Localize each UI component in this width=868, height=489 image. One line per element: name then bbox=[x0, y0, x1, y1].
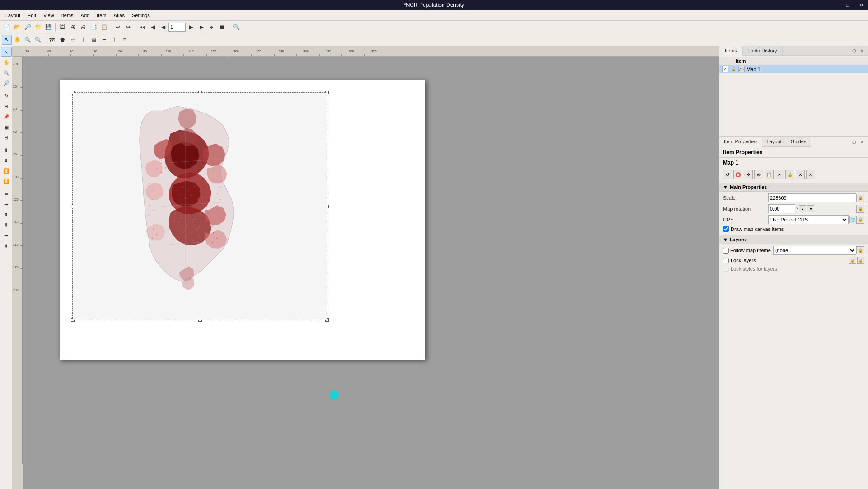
scale-input[interactable] bbox=[768, 193, 856, 202]
add-text-btn[interactable]: T bbox=[78, 35, 88, 45]
item-visible-check[interactable]: ✓ bbox=[722, 66, 728, 72]
zoom-canvas-tool[interactable]: 🔍 bbox=[1, 68, 12, 78]
zoom-out-tool-btn[interactable]: 🔍 bbox=[33, 35, 43, 45]
save-btn[interactable]: 💾 bbox=[43, 22, 53, 32]
close-map-btn1[interactable]: ✕ bbox=[796, 170, 805, 179]
open-btn[interactable]: 📂 bbox=[12, 22, 22, 32]
lock-styles-checkbox[interactable] bbox=[723, 266, 729, 272]
item-lock-icon[interactable]: 🔓 bbox=[730, 66, 737, 72]
ungroup-items-tool[interactable]: ⊞ bbox=[1, 132, 12, 142]
pan-canvas-tool[interactable]: ✋ bbox=[1, 57, 12, 67]
export2-btn[interactable]: 📑 bbox=[89, 22, 98, 32]
redo-btn[interactable]: ↪ bbox=[123, 22, 133, 32]
rotation-up-btn[interactable]: ▲ bbox=[799, 205, 806, 212]
map-item[interactable] bbox=[72, 92, 327, 320]
tab-guides[interactable]: Guides bbox=[786, 137, 811, 146]
move-content-tool[interactable]: ⊕ bbox=[1, 101, 12, 111]
draw-canvas-checkbox[interactable] bbox=[723, 226, 729, 232]
main-properties-section-header[interactable]: ▼ Main Properties bbox=[719, 183, 868, 192]
panel-close-btn[interactable]: ✕ bbox=[858, 47, 866, 55]
add-legend-btn[interactable]: ≡ bbox=[120, 35, 130, 45]
bottom-item-tool[interactable]: ⏬ bbox=[1, 176, 12, 186]
bookmark-btn[interactable]: 📋 bbox=[765, 170, 774, 179]
undo-btn[interactable]: ↩ bbox=[113, 22, 123, 32]
align-right-tool[interactable]: ➡ bbox=[1, 199, 12, 209]
raise-item-tool[interactable]: ⬆ bbox=[1, 145, 12, 155]
print2-btn[interactable]: 🖨 bbox=[78, 22, 88, 32]
pin-tool[interactable]: 📌 bbox=[1, 112, 12, 122]
crs-dropdown[interactable]: Use Project CRS bbox=[768, 215, 849, 224]
new-layout-btn[interactable]: 📄 bbox=[2, 22, 12, 32]
zoom-tool-btn[interactable]: 🔍 bbox=[231, 22, 241, 32]
atlas-back-btn[interactable]: ◀ bbox=[158, 22, 168, 32]
menu-settings[interactable]: Settings bbox=[128, 12, 154, 19]
rotation-lock-btn[interactable]: 🔒 bbox=[856, 205, 864, 213]
atlas-prev-btn[interactable]: ◀ bbox=[148, 22, 158, 32]
zoom-out-canvas-tool[interactable]: 🔎 bbox=[1, 78, 12, 88]
theme-dropdown[interactable]: (none) bbox=[773, 246, 856, 255]
menu-add[interactable]: Add bbox=[77, 12, 93, 19]
select-tool-btn[interactable]: ↖ bbox=[2, 35, 12, 45]
page-input[interactable] bbox=[168, 23, 186, 32]
crs-lock-btn[interactable]: 🔒 bbox=[856, 216, 864, 224]
close-map-btn2[interactable]: ✕ bbox=[806, 170, 815, 179]
zoom-in-tool-btn[interactable]: 🔍 bbox=[23, 35, 33, 45]
tab-undo-history[interactable]: Undo History bbox=[743, 46, 783, 55]
open3-btn[interactable]: 📁 bbox=[33, 22, 43, 32]
canvas-viewport[interactable] bbox=[23, 57, 719, 489]
rotate-tool[interactable]: ↻ bbox=[1, 91, 12, 101]
group-items-tool[interactable]: ▣ bbox=[1, 122, 12, 132]
tab-item-properties[interactable]: Item Properties bbox=[719, 137, 762, 147]
item-row-map1[interactable]: ✓ 🔓 Map 1 bbox=[719, 65, 868, 73]
align-top-tool[interactable]: ⬆ bbox=[1, 210, 12, 220]
lower-item-tool[interactable]: ⬇ bbox=[1, 155, 12, 165]
item-props-float-btn[interactable]: ⬡ bbox=[850, 138, 858, 146]
follow-theme-checkbox[interactable] bbox=[723, 248, 729, 254]
select-item-tool[interactable]: ↖ bbox=[1, 47, 12, 57]
rotation-down-btn[interactable]: ▼ bbox=[807, 205, 814, 212]
tab-items[interactable]: Items bbox=[719, 46, 743, 56]
scale-lock-btn[interactable]: 🔒 bbox=[856, 194, 864, 202]
add-scalebar-btn[interactable]: ━ bbox=[99, 35, 109, 45]
refresh-map-btn[interactable]: ↺ bbox=[723, 170, 732, 179]
menu-layout[interactable]: Layout bbox=[2, 12, 24, 19]
lock-layers-btn2[interactable]: 🔒 bbox=[857, 257, 864, 264]
atlas-btn[interactable]: ✂ bbox=[775, 170, 784, 179]
atlas-next-btn[interactable]: ▶ bbox=[186, 22, 196, 32]
top-item-tool[interactable]: ⏫ bbox=[1, 166, 12, 176]
crs-select-btn[interactable]: 🌐 bbox=[849, 216, 856, 223]
lock-layers-checkbox[interactable] bbox=[723, 258, 729, 263]
close-btn[interactable]: ✕ bbox=[854, 0, 868, 10]
add-shape-btn[interactable]: ⬟ bbox=[57, 35, 67, 45]
menu-item[interactable]: Item bbox=[93, 12, 110, 19]
align-left-tool[interactable]: ⬅ bbox=[1, 189, 12, 199]
maximize-btn[interactable]: □ bbox=[841, 0, 854, 10]
menu-items[interactable]: Items bbox=[58, 12, 77, 19]
pan-tool-btn[interactable]: ✋ bbox=[12, 35, 22, 45]
move-content-btn[interactable]: ✛ bbox=[744, 170, 753, 179]
theme-lock-btn[interactable]: 🔒 bbox=[856, 246, 864, 254]
add-map-btn[interactable]: 🗺 bbox=[47, 35, 57, 45]
align-vcenter-tool[interactable]: ⬍ bbox=[1, 241, 12, 251]
layers-section-header[interactable]: ▼ Layers bbox=[719, 235, 868, 244]
print-btn[interactable]: 🖨 bbox=[68, 22, 78, 32]
map-rotation-input[interactable] bbox=[768, 204, 795, 213]
menu-edit[interactable]: Edit bbox=[24, 12, 40, 19]
menu-atlas[interactable]: Atlas bbox=[110, 12, 128, 19]
add-rect-btn[interactable]: ▭ bbox=[68, 35, 78, 45]
atlas-stop-btn[interactable]: ⏹ bbox=[217, 22, 227, 32]
lock-layers-btn1[interactable]: 🔒 bbox=[849, 257, 856, 264]
highlight-btn[interactable]: ⭕ bbox=[733, 170, 742, 179]
atlas-first-btn[interactable]: ⏮ bbox=[137, 22, 147, 32]
add-north-arrow-btn[interactable]: ↑ bbox=[109, 35, 119, 45]
set-extent-btn[interactable]: ⊗ bbox=[754, 170, 763, 179]
menu-view[interactable]: View bbox=[40, 12, 58, 19]
panel-float-btn[interactable]: ⬡ bbox=[850, 47, 858, 55]
tab-layout[interactable]: Layout bbox=[762, 137, 786, 146]
atlas-last-btn[interactable]: ⏭ bbox=[207, 22, 217, 32]
add-table-btn[interactable]: ▦ bbox=[89, 35, 98, 45]
align-hcenter-tool[interactable]: ⬌ bbox=[1, 230, 12, 240]
item-props-close-btn[interactable]: ✕ bbox=[858, 138, 866, 146]
lock-map-btn[interactable]: 🔒 bbox=[785, 170, 794, 179]
open2-btn[interactable]: 🔎 bbox=[23, 22, 33, 32]
